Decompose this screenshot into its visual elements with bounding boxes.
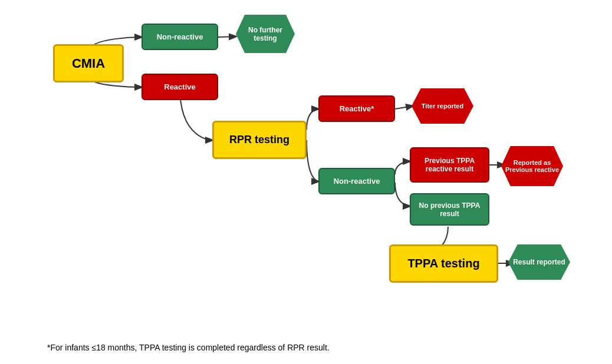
non-reactive-2-label: Non-reactive xyxy=(334,177,380,186)
footnote-text: *For infants ≤18 months, TPPA testing is… xyxy=(47,343,330,352)
reactive-1-label: Reactive xyxy=(164,82,195,91)
previous-tppa-label: Previous TPPA reactive result xyxy=(411,157,488,173)
rpr-testing-label: RPR testing xyxy=(229,134,289,146)
footnote: *For infants ≤18 months, TPPA testing is… xyxy=(47,343,330,352)
tppa-testing-label: TPPA testing xyxy=(407,257,479,270)
rpr-testing-node: RPR testing xyxy=(212,121,307,159)
titer-reported-label: Titer reported xyxy=(422,102,463,110)
reported-previous-node: Reported as Previous reactive xyxy=(501,146,563,186)
titer-reported-node: Titer reported xyxy=(412,88,473,124)
non-reactive-1-label: Non-reactive xyxy=(157,32,203,41)
reactive-2-label: Reactive* xyxy=(340,104,374,113)
diagram-container: CMIA Non-reactive No further testing Rea… xyxy=(0,0,612,318)
result-reported-node: Result reported xyxy=(508,244,570,280)
no-previous-tppa-label: No previous TPPA result xyxy=(411,201,488,218)
cmia-label: CMIA xyxy=(72,56,105,71)
previous-tppa-node: Previous TPPA reactive result xyxy=(410,147,489,183)
svg-line-0 xyxy=(218,37,236,37)
svg-line-1 xyxy=(395,106,413,109)
reactive-1-node: Reactive xyxy=(142,74,218,100)
reported-previous-label: Reported as Previous reactive xyxy=(501,159,563,173)
reactive-2-node: Reactive* xyxy=(318,95,395,122)
non-reactive-2-node: Non-reactive xyxy=(318,168,395,194)
tppa-testing-node: TPPA testing xyxy=(389,244,498,283)
non-reactive-1-node: Non-reactive xyxy=(142,24,218,50)
no-further-testing-node: No further testing xyxy=(236,15,295,53)
no-previous-tppa-node: No previous TPPA result xyxy=(410,193,489,226)
result-reported-label: Result reported xyxy=(513,258,565,266)
cmia-node: CMIA xyxy=(53,44,124,82)
no-further-testing-label: No further testing xyxy=(236,26,295,42)
